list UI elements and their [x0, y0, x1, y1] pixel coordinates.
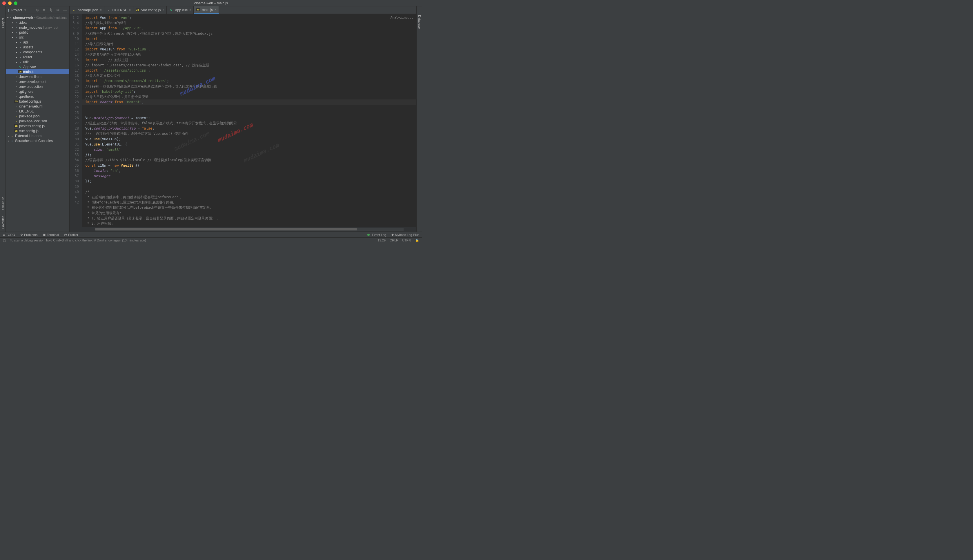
structure-tool-tab[interactable]: Structure	[1, 197, 5, 210]
tool-window-toggle-icon[interactable]: ▢	[3, 238, 6, 242]
minimize-window[interactable]	[8, 2, 12, 5]
favorites-tool-tab[interactable]: Favorites	[1, 216, 5, 229]
tree-assets[interactable]: ▸▪assets	[6, 45, 69, 50]
event-indicator-icon	[367, 233, 370, 236]
status-bar: ▢ To start a debug session, hold Cmd+Shi…	[0, 237, 422, 243]
tree-idea[interactable]: ▸▪.idea	[6, 20, 69, 25]
tree-license[interactable]: ▫LICENSE	[6, 109, 69, 113]
maximize-window[interactable]	[14, 2, 17, 5]
terminal-tool[interactable]: ▣Terminal	[43, 233, 59, 237]
close-window[interactable]	[2, 2, 6, 5]
project-sidebar: ▮ Project ▼ ⊕ ≡ ⇅ ⚙ — ▾▪cinema-web~/Down…	[6, 7, 70, 232]
profiler-icon: ◔	[64, 233, 67, 237]
terminal-icon: ▣	[43, 233, 45, 237]
tree-browserslistrc[interactable]: ▫.browserslistrc	[6, 74, 69, 79]
close-icon[interactable]: ×	[215, 8, 216, 11]
tree-iml[interactable]: ▫cinema-web.iml	[6, 104, 69, 109]
left-tool-strip: Project Structure Favorites	[0, 7, 6, 232]
file-encoding[interactable]: UTF-8	[402, 238, 411, 242]
plugin-icon: ◆	[392, 233, 394, 237]
line-gutter: 1 2 3 4 5 7 8 9 10 11 12 14 15 16 17 18 …	[70, 14, 82, 227]
mybatis-tool[interactable]: ◆Mybatis Log Plus	[392, 233, 419, 237]
tree-env-prod[interactable]: ▫.env.production	[6, 84, 69, 89]
status-message: To start a debug session, hold Cmd+Shift…	[10, 238, 146, 242]
tab-package-json[interactable]: ▫package.json×	[70, 7, 104, 13]
tree-prettierrc[interactable]: ▫.prettierrc	[6, 94, 69, 99]
titlebar: cinema-web – main.js	[0, 0, 422, 7]
close-icon[interactable]: ×	[162, 8, 164, 12]
code-editor[interactable]: 1 2 3 4 5 7 8 9 10 11 12 14 15 16 17 18 …	[70, 14, 417, 227]
tree-external-libs[interactable]: ▸▪External Libraries	[6, 133, 69, 138]
close-icon[interactable]: ×	[189, 8, 191, 12]
close-icon[interactable]: ×	[129, 8, 131, 12]
tab-license[interactable]: ▫LICENSE×	[104, 7, 133, 13]
tree-components[interactable]: ▸▪components	[6, 50, 69, 55]
tree-postcss[interactable]: JSpostcss.config.js	[6, 123, 69, 128]
analyzing-status: Analyzing...	[390, 15, 413, 20]
tree-utils[interactable]: ▸▪utils	[6, 59, 69, 64]
editor-tabs: ▫package.json× ▫LICENSE× JSvue.config.js…	[70, 7, 417, 14]
expand-icon[interactable]: ≡	[42, 8, 47, 13]
tree-src[interactable]: ▾▪src	[6, 35, 69, 40]
sidebar-header: ▮ Project ▼ ⊕ ≡ ⇅ ⚙ —	[6, 7, 69, 14]
gear-icon[interactable]: ⚙	[55, 8, 61, 13]
tree-env-dev[interactable]: ▫.env.development	[6, 79, 69, 84]
database-tool-tab[interactable]: Database	[418, 15, 421, 29]
list-icon: ≡	[3, 233, 5, 237]
tree-app-vue[interactable]: VApp.vue	[6, 64, 69, 69]
tab-main-js[interactable]: JSmain.js×	[194, 7, 219, 13]
cursor-position[interactable]: 19:29	[378, 238, 386, 242]
tree-main-js[interactable]: JSmain.js	[6, 69, 69, 74]
project-dropdown[interactable]: Project	[11, 8, 22, 12]
tree-router[interactable]: ▸▪router	[6, 55, 69, 59]
close-icon[interactable]: ×	[100, 8, 102, 12]
project-root[interactable]: ▾▪cinema-web~/Downloads/mudaima...	[6, 15, 69, 20]
editor-area: ▫package.json× ▫LICENSE× JSvue.config.js…	[70, 7, 417, 232]
locate-icon[interactable]: ⊕	[35, 8, 40, 13]
horizontal-scrollbar[interactable]	[95, 228, 403, 231]
lock-icon[interactable]: 🔒	[415, 238, 419, 242]
line-ending[interactable]: CRLF	[390, 238, 398, 242]
window-title: cinema-web – main.js	[194, 1, 228, 5]
collapse-icon[interactable]: ⇅	[48, 8, 53, 13]
folder-icon: ▮	[8, 8, 10, 12]
tab-vue-config[interactable]: JSvue.config.js×	[133, 7, 167, 13]
tree-package-lock[interactable]: ▫package-lock.json	[6, 118, 69, 123]
tab-app-vue[interactable]: VApp.vue×	[167, 7, 194, 13]
tree-scratches[interactable]: ▸▪Scratches and Consoles	[6, 138, 69, 143]
hide-icon[interactable]: —	[62, 8, 68, 13]
profiler-tool[interactable]: ◔Profiler	[64, 233, 78, 237]
warning-icon: ⊘	[20, 233, 23, 237]
right-tool-strip: Database	[417, 7, 422, 232]
event-log-tool[interactable]: Event Log	[367, 233, 387, 237]
tree-node-modules[interactable]: ▸▪node_moduleslibrary root	[6, 25, 69, 30]
tree-api[interactable]: ▸▪api	[6, 40, 69, 45]
watermark: mudaima.com	[242, 142, 280, 163]
tree-gitignore[interactable]: ▫.gitignore	[6, 89, 69, 94]
tree-package[interactable]: ▫package.json	[6, 113, 69, 118]
tree-public[interactable]: ▸▪public	[6, 30, 69, 35]
todo-tool[interactable]: ≡TODO	[3, 233, 15, 237]
tree-vueconfig[interactable]: JSvue.config.js	[6, 128, 69, 133]
problems-tool[interactable]: ⊘Problems	[20, 233, 37, 237]
code-body[interactable]: import Vue from 'vue'; //导入默认挂载dom的组件 im…	[82, 14, 417, 227]
project-tree: ▾▪cinema-web~/Downloads/mudaima... ▸▪.id…	[6, 14, 69, 232]
tree-babel[interactable]: JSbabel.config.js	[6, 99, 69, 104]
bottom-tool-bar: ≡TODO ⊘Problems ▣Terminal ◔Profiler Even…	[0, 232, 422, 237]
project-tool-tab[interactable]: Project	[1, 18, 5, 28]
